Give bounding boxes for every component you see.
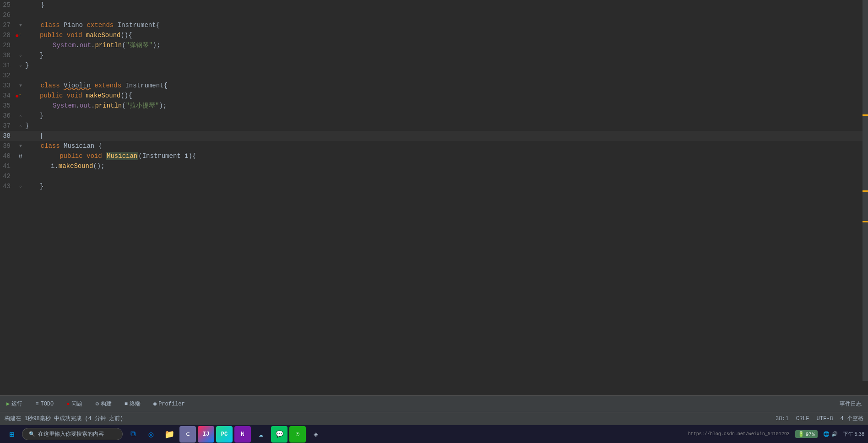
search-icon: 🔍: [29, 431, 35, 437]
fold-icon-33[interactable]: ▼: [16, 83, 25, 88]
fold-icon-37[interactable]: ◇: [16, 124, 25, 128]
problem-label: 问题: [71, 400, 82, 408]
time-display: 下午 5:38: [843, 431, 864, 438]
wechat-icon[interactable]: 💬: [271, 426, 288, 443]
search-bar[interactable]: 🔍 在这里输入你要搜索的内容: [22, 428, 123, 440]
task-view-button[interactable]: ⧉: [125, 426, 141, 443]
code-line-38[interactable]: 38: [0, 131, 863, 141]
code-line-33: 33 ▼ class Vioolin extends Instrument{: [0, 81, 863, 91]
code-line-32: 32: [0, 70, 863, 81]
code-line-29: 29 System.out.println("弹钢琴");: [0, 40, 863, 50]
code-line-31: 31 ◇ }: [0, 60, 863, 70]
search-placeholder: 在这里输入你要搜索的内容: [38, 430, 104, 438]
battery-icon: 🔋: [798, 431, 804, 437]
fold-icon-30[interactable]: ◇: [16, 54, 25, 58]
code-line-39: 39 ▼ class Musician {: [0, 141, 863, 151]
battery-indicator: 🔋 97%: [795, 430, 818, 438]
weather-icon[interactable]: ☁: [253, 426, 269, 443]
windows-start-button[interactable]: ⊞: [4, 426, 20, 443]
onenote-icon[interactable]: N: [234, 426, 251, 443]
app-icon-3[interactable]: ◈: [308, 426, 324, 443]
code-line-25: 25 }: [0, 0, 863, 10]
volume-icon: 🔊: [831, 431, 838, 437]
build-icon: ⚙: [95, 400, 98, 407]
code-line-34: 34 ● ↑ public void makeSound(){: [0, 91, 863, 101]
system-tray[interactable]: 🌐 🔊: [823, 431, 838, 437]
profiler-button[interactable]: ◉ Profiler: [151, 399, 188, 409]
code-line-42: 42: [0, 171, 863, 181]
code-line-41: 41 i.makeSound();: [0, 161, 863, 171]
fold-icon-27[interactable]: ▼: [16, 23, 25, 28]
code-line-35: 35 System.out.println("拉小提琴");: [0, 101, 863, 111]
url-display: https://blog.csdn.net/weixin_54101293: [688, 432, 790, 437]
fold-icon-39[interactable]: ▼: [16, 144, 25, 149]
pycharm-icon[interactable]: PC: [216, 426, 233, 443]
code-line-40: 40 @ public void Musician(Instrument i){: [0, 151, 863, 161]
code-line-43: 43 ◇ }: [0, 181, 863, 191]
build-label: 构建: [101, 400, 112, 408]
code-line-28: 28 ● ↑ public void makeSound(){: [0, 30, 863, 40]
network-icon: 🌐: [823, 431, 830, 437]
fold-icon-31[interactable]: ◇: [16, 64, 25, 68]
code-editor[interactable]: 25 } 26 27 ▼ class Piano extends Instrum…: [0, 0, 868, 381]
edge-browser-icon[interactable]: ◎: [143, 426, 159, 443]
scroll-marker-3: [863, 221, 868, 222]
taskbar: ⊞ 🔍 在这里输入你要搜索的内容 ⧉ ◎ 📁 ⊂ IJ PC N ☁ 💬 ✆ ◈: [0, 425, 868, 443]
taskbar-apps: ⧉ ◎ 📁 ⊂ IJ PC N ☁ 💬 ✆ ◈: [125, 426, 324, 443]
cursor-position[interactable]: 38:1: [776, 416, 789, 422]
scrollbar[interactable]: [863, 0, 868, 381]
todo-label: TODO: [40, 401, 54, 407]
todo-icon: ≡: [35, 401, 38, 407]
run-label: 运行: [11, 400, 22, 408]
intellij-icon[interactable]: IJ: [198, 426, 214, 443]
code-line-30: 30 ◇ }: [0, 50, 863, 60]
terminal-button[interactable]: ■ 终端: [122, 398, 143, 410]
line-ending[interactable]: CRLF: [796, 416, 809, 422]
build-button[interactable]: ⚙ 构建: [92, 398, 114, 410]
build-status-message: 构建在 1秒98毫秒 中成功完成 (4 分钟 之前): [5, 415, 123, 422]
scroll-marker-2: [863, 190, 868, 192]
event-log-button[interactable]: 事件日志: [837, 398, 864, 410]
encoding[interactable]: UTF-8: [817, 416, 833, 422]
app-icon-1[interactable]: ⊂: [179, 426, 196, 443]
problem-icon: ●: [66, 401, 70, 407]
bottom-toolbar: ▶ 运行 ≡ TODO ● 问题 ⚙ 构建 ■ 终端 ◉ Profiler 事件…: [0, 395, 868, 412]
battery-percent: 97%: [806, 432, 815, 437]
fold-icon-43[interactable]: ◇: [16, 184, 25, 189]
todo-button[interactable]: ≡ TODO: [33, 399, 56, 409]
code-line-26: 26: [0, 10, 863, 20]
profiler-icon: ◉: [153, 400, 157, 407]
run-icon: ▶: [6, 400, 10, 407]
indent-setting[interactable]: 4 个空格: [841, 415, 863, 422]
terminal-icon: ■: [125, 401, 128, 407]
file-explorer-icon[interactable]: 📁: [161, 426, 178, 443]
code-line-27: 27 ▼ class Piano extends Instrument{: [0, 20, 863, 30]
terminal-label: 终端: [130, 400, 141, 408]
taskbar-left: ⊞ 🔍 在这里输入你要搜索的内容 ⧉ ◎ 📁 ⊂ IJ PC N ☁ 💬 ✆ ◈: [4, 426, 688, 443]
event-log-label: 事件日志: [840, 400, 862, 408]
run-button[interactable]: ▶ 运行: [4, 398, 25, 410]
status-bar: 构建在 1秒98毫秒 中成功完成 (4 分钟 之前) 38:1 CRLF UTF…: [0, 412, 868, 425]
app-icon-2[interactable]: ✆: [289, 426, 306, 443]
code-line-37: 37 ◇ }: [0, 121, 863, 131]
problem-button[interactable]: ● 问题: [64, 398, 85, 410]
code-line-36: 36 ◇ }: [0, 111, 863, 121]
profiler-label: Profiler: [158, 401, 185, 407]
scroll-marker-1: [863, 114, 868, 116]
clock[interactable]: 下午 5:38: [843, 431, 864, 438]
fold-icon-36[interactable]: ◇: [16, 114, 25, 118]
taskbar-right: https://blog.csdn.net/weixin_54101293 🔋 …: [688, 430, 864, 438]
